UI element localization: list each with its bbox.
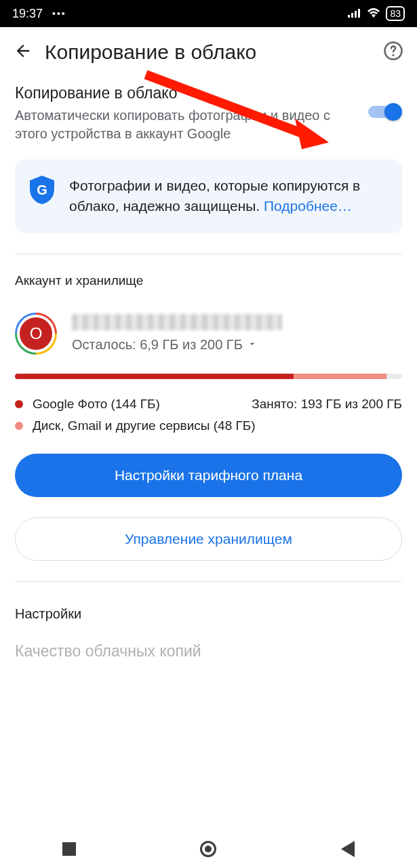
info-card: G Фотографии и видео, которые копируются… <box>15 159 402 233</box>
status-menu-dots: ••• <box>52 8 66 19</box>
storage-bar <box>15 374 402 379</box>
legend-photos-label: Google Фото (144 ГБ) <box>33 397 160 412</box>
plan-settings-button[interactable]: Настройки тарифного плана <box>15 454 402 497</box>
legend-row-other: Диск, Gmail и другие сервисы (48 ГБ) <box>15 418 402 433</box>
backup-title: Копирование в облако <box>15 84 353 102</box>
storage-bar-other <box>294 374 386 379</box>
legend-dot-other <box>15 422 23 430</box>
info-learn-more-link[interactable]: Подробнее… <box>264 198 352 214</box>
wifi-icon <box>367 7 380 21</box>
backup-description: Автоматически копировать фотографии и ви… <box>15 106 353 143</box>
status-time: 19:37 <box>12 7 43 21</box>
legend-dot-photos <box>15 400 23 408</box>
account-row[interactable]: O Осталось: 6,9 ГБ из 200 ГБ <box>0 288 417 355</box>
account-email-redacted <box>72 314 282 330</box>
nav-back-button[interactable] <box>341 841 355 857</box>
settings-section-label: Настройки <box>0 582 417 622</box>
nav-recents-button[interactable] <box>62 842 76 856</box>
svg-text:G: G <box>37 182 47 197</box>
quality-setting-item[interactable]: Качество облачных копий <box>0 622 417 660</box>
manage-storage-button[interactable]: Управление хранилищем <box>15 517 402 561</box>
legend-other-label: Диск, Gmail и другие сервисы (48 ГБ) <box>33 418 256 433</box>
storage-used-label: Занято: 193 ГБ из 200 ГБ <box>252 397 402 412</box>
svg-rect-1 <box>351 13 353 18</box>
help-button[interactable] <box>383 41 403 64</box>
storage-remaining: Осталось: 6,9 ГБ из 200 ГБ <box>72 337 243 353</box>
legend-row-photos: Google Фото (144 ГБ) Занято: 193 ГБ из 2… <box>15 397 402 412</box>
status-bar: 19:37 ••• 83 <box>0 0 417 27</box>
svg-rect-3 <box>358 9 360 18</box>
shield-icon: G <box>30 176 54 217</box>
nav-home-button[interactable] <box>200 841 216 857</box>
svg-rect-2 <box>355 11 357 18</box>
chevron-down-icon[interactable] <box>247 337 258 353</box>
storage-bar-photos <box>15 374 294 379</box>
backup-toggle[interactable] <box>365 102 402 122</box>
avatar: O <box>15 313 57 355</box>
battery-indicator: 83 <box>386 6 405 21</box>
page-title: Копирование в облако <box>45 41 371 64</box>
account-section-label: Аккаунт и хранилище <box>0 254 417 288</box>
svg-rect-0 <box>348 15 350 18</box>
svg-point-5 <box>393 54 395 56</box>
signal-icon <box>348 7 361 21</box>
android-nav-bar <box>0 830 417 868</box>
back-button[interactable] <box>14 41 33 63</box>
